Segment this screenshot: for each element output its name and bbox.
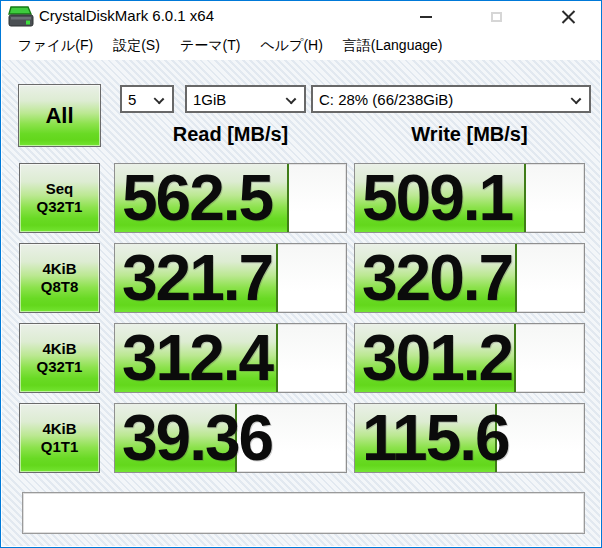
chevron-down-icon [286,94,297,105]
test-button-label: Seq [46,180,74,198]
result-cell-4kib-q1t1-read: 39.36 [114,403,347,473]
test-button-label: Q32T1 [37,358,83,376]
menu-help[interactable]: ヘルプ(H) [252,34,330,60]
result-value: 39.36 [122,404,272,472]
test-button-label: 4KiB [42,260,76,278]
test-button-4kib-q8t8[interactable]: 4KiB Q8T8 [19,243,100,313]
test-count-select[interactable]: 5 [120,85,174,113]
crystaldiskmark-window: CrystalDiskMark 6.0.1 x64 ファイル(F) 設定(S) … [0,0,602,548]
result-value: 321.7 [122,244,272,312]
test-size-select[interactable]: 1GiB [185,85,306,113]
test-button-seq-q32t1[interactable]: Seq Q32T1 [19,163,100,233]
result-value: 320.7 [362,244,512,312]
menu-bar: ファイル(F) 設定(S) テーマ(T) ヘルプ(H) 言語(Language) [1,33,601,60]
result-cell-4kib-q32t1-read: 312.4 [114,323,347,393]
chevron-down-icon [571,94,582,105]
title-bar: CrystalDiskMark 6.0.1 x64 [1,1,601,33]
close-button[interactable] [546,1,590,33]
write-column-header: Write [MB/s] [354,120,585,148]
main-panel: All 5 1GiB C: 28% (66/238GiB) Read [MB/s… [2,60,600,546]
menu-theme[interactable]: テーマ(T) [172,34,249,60]
test-button-4kib-q1t1[interactable]: 4KiB Q1T1 [19,403,100,473]
result-value: 115.6 [362,404,509,472]
result-cell-4kib-q1t1-write: 115.6 [354,403,585,473]
window-title: CrystalDiskMark 6.0.1 x64 [39,7,214,24]
all-test-button[interactable]: All [18,84,101,147]
test-count-value: 5 [128,91,136,108]
read-column-header: Read [MB/s] [114,120,347,148]
menu-file[interactable]: ファイル(F) [10,34,101,60]
test-button-label: Q1T1 [41,438,79,456]
result-cell-4kib-q8t8-read: 321.7 [114,243,347,313]
test-button-4kib-q32t1[interactable]: 4KiB Q32T1 [19,323,100,393]
minimize-icon [420,16,432,18]
test-button-label: 4KiB [42,420,76,438]
result-value: 562.5 [122,164,272,232]
all-test-label: All [45,103,73,129]
chevron-down-icon [154,94,165,105]
result-value: 509.1 [362,164,512,232]
result-cell-4kib-q32t1-write: 301.2 [354,323,585,393]
result-cell-4kib-q8t8-write: 320.7 [354,243,585,313]
comment-input[interactable] [22,492,585,534]
minimize-button[interactable] [404,1,448,33]
result-value: 312.4 [122,324,272,392]
test-button-label: Q8T8 [41,278,79,296]
target-drive-select[interactable]: C: 28% (66/238GiB) [311,85,591,113]
app-disk-icon [8,6,34,28]
close-icon [561,10,576,25]
test-size-value: 1GiB [193,91,226,108]
maximize-button [474,1,518,33]
result-cell-seq-q32t1-write: 509.1 [354,163,585,233]
menu-language[interactable]: 言語(Language) [335,34,451,60]
target-drive-value: C: 28% (66/238GiB) [319,91,453,108]
test-button-label: 4KiB [42,340,76,358]
menu-settings[interactable]: 設定(S) [105,34,168,60]
result-value: 301.2 [362,324,512,392]
result-cell-seq-q32t1-read: 562.5 [114,163,347,233]
maximize-icon [491,12,502,22]
test-button-label: Q32T1 [37,198,83,216]
